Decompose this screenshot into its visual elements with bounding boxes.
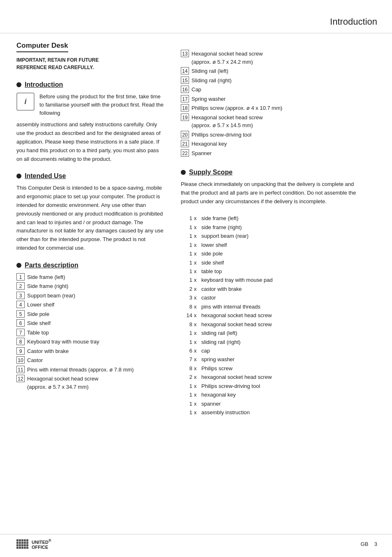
list-item: 18Phillips screw (approx. ø 4 x 10.7 mm) [181,104,361,112]
supply-label: hexagonal socket head screw [201,311,272,320]
supply-qty: 8 [181,364,192,373]
part-number: 18 [181,104,189,111]
bullet-icon-3 [16,263,21,268]
part-label: Cap [191,86,201,94]
supply-label: support beam (rear) [201,232,249,240]
supply-label: side frame (left) [201,214,238,223]
part-label: Hexagonal socket head screw(approx. ø 5.… [191,50,263,66]
part-number: 6 [16,319,25,327]
supply-label: Philips screw [201,364,233,373]
supply-qty: 1 [181,382,192,390]
logo-grid-icon [16,539,28,549]
part-label: Hexagonal key [191,140,227,148]
supply-qty: 1 [181,390,192,399]
supply-label: side shelf [201,258,224,267]
supply-qty: 14 [181,311,192,320]
list-item: 1xside frame (right) [181,223,361,232]
supply-label: hexagonal socket head screw [201,320,272,329]
part-number: 22 [181,149,189,157]
intended-use-section: Intended Use This Computer Desk is inten… [16,172,164,252]
list-item: 17Spring washer [181,95,361,103]
important-text: IMPORTANT, RETAIN FOR FUTUREREFERENCE RE… [16,56,164,71]
list-item: 22Spanner [181,149,361,158]
part-label: Castor with brake [27,347,69,355]
list-item: 1xside shelf [181,258,361,267]
supply-label: hexagonal key [201,390,236,399]
footer-page-num: 3 [374,541,377,547]
list-item: 2xhexagonal socket head screw [181,373,361,381]
introduction-heading: Introduction [16,81,164,88]
list-item: 6Side shelf [16,319,164,327]
list-item: 1xsupport beam (rear) [181,232,361,240]
supply-x: x [194,276,200,284]
part-number: 17 [181,95,189,102]
supply-label: castor [201,293,216,302]
supply-qty: 1 [181,258,192,267]
supply-label: keyboard tray with mouse pad [201,276,272,284]
computer-desk-section: Computer Desk IMPORTANT, RETAIN FOR FUTU… [16,42,164,71]
intro-text-inline: Before using the product for the first t… [39,93,164,117]
left-column: Computer Desk IMPORTANT, RETAIN FOR FUTU… [0,33,173,425]
list-item: 8xhexagonal socket head screw [181,320,361,329]
supply-label: cap [201,346,210,355]
supply-x: x [194,302,200,311]
supply-x: x [194,258,200,267]
list-item: 19Hexagonal socket head screw(approx. ø … [181,114,361,130]
part-label: Side pole [27,310,49,318]
info-box-row: i Before using the product for the first… [16,93,164,117]
supply-qty: 2 [181,285,192,293]
bullet-icon-2 [16,174,21,179]
part-number: 12 [16,375,25,382]
part-number: 15 [181,77,189,84]
supply-x: x [194,249,200,258]
list-item: 7xspring washer [181,355,361,364]
supply-x: x [194,346,200,355]
list-item: 1Side frame (left) [16,273,164,281]
list-item: 1xside frame (left) [181,214,361,223]
list-item: 2xcastor with brake [181,285,361,293]
supply-x: x [194,293,200,302]
supply-x: x [194,408,200,417]
part-number: 1 [16,273,25,281]
supply-label: sliding rail (right) [201,338,240,346]
list-item: 16Cap [181,86,361,94]
list-item: 1xspanner [181,399,361,408]
part-label: Spring washer [191,95,226,103]
part-number: 11 [16,366,25,373]
list-item: 9Castor with brake [16,347,164,355]
info-icon: i [16,93,35,111]
supply-label: lower shelf [201,241,227,249]
footer-page-info: GB 3 [361,541,377,547]
part-number: 10 [16,356,25,364]
supply-qty: 1 [181,214,192,223]
part-number: 20 [181,131,189,138]
supply-qty: 1 [181,408,192,417]
supply-x: x [194,364,200,373]
supply-x: x [194,382,200,390]
supply-x: x [194,311,200,320]
footer: UNITED®OFFICE GB 3 [0,534,392,550]
intended-use-heading: Intended Use [16,172,164,180]
supply-label: assembly instruction [201,408,250,417]
part-label: Table top [27,329,49,337]
supply-qty: 1 [181,267,192,276]
part-label: Castor [27,356,43,364]
supply-label: side frame (right) [201,223,242,232]
parts-list: 1Side frame (left)2Side frame (right)3Su… [16,273,164,391]
supply-qty: 8 [181,302,192,311]
part-number: 3 [16,292,25,299]
supply-x: x [194,355,200,364]
part-number: 14 [181,67,189,74]
part-number: 21 [181,140,189,147]
logo-text: UNITED®OFFICE [32,538,51,550]
list-item: 3xcastor [181,293,361,302]
computer-desk-title: Computer Desk [16,42,68,52]
bullet-icon-4 [181,170,186,175]
supply-label: sliding rail (left) [201,329,237,337]
supply-qty: 7 [181,355,192,364]
supply-qty: 1 [181,338,192,346]
list-item: 2Side frame (right) [16,282,164,290]
supply-x: x [194,373,200,381]
supply-scope-heading: Supply Scope [181,169,361,176]
supply-label: spring washer [201,355,235,364]
